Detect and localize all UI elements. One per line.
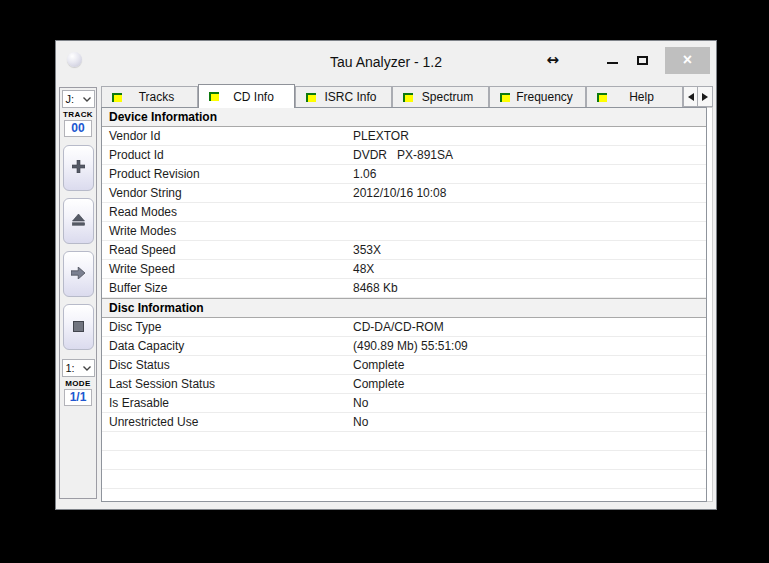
row-label: Product Revision <box>102 167 353 181</box>
tab-help[interactable]: Help <box>586 86 683 107</box>
table-row: Product Id DVDR PX-891SA <box>102 146 706 165</box>
flag-icon <box>403 93 413 102</box>
tab-label: Tracks <box>122 90 191 104</box>
tab-label: CD Info <box>219 90 288 104</box>
row-value: 1.06 <box>353 167 706 181</box>
flag-icon <box>112 93 122 102</box>
track-label: TRACK <box>63 111 93 119</box>
window-title: Tau Analyzer - 1.2 <box>330 54 442 70</box>
table-row-empty <box>102 470 706 489</box>
triangle-left-icon <box>688 93 694 101</box>
main-area: Tracks CD Info ISRC Info Spectrum Freque… <box>101 83 713 509</box>
stop-icon <box>73 318 84 336</box>
mode-label: MODE <box>65 380 91 388</box>
tab-scroll-right-button[interactable] <box>698 86 713 107</box>
client-area: J: TRACK 00 1: MODE 1/1 Tracks <box>56 83 716 509</box>
eject-button[interactable] <box>63 198 94 244</box>
table-row-empty <box>102 451 706 470</box>
row-label: Buffer Size <box>102 281 353 295</box>
tab-label: Spectrum <box>413 90 482 104</box>
row-value: CD-DA/CD-ROM <box>353 320 706 334</box>
table-row: Product Revision 1.06 <box>102 165 706 184</box>
row-value: Complete <box>353 358 706 372</box>
row-label: Write Modes <box>102 224 353 238</box>
tab-bar: Tracks CD Info ISRC Info Spectrum Freque… <box>101 83 713 107</box>
row-label: Data Capacity <box>102 339 353 353</box>
chevron-down-icon <box>83 366 91 371</box>
track-number: 00 <box>64 120 92 137</box>
table-row: Vendor Id PLEXTOR <box>102 127 706 146</box>
row-label: Vendor String <box>102 186 353 200</box>
app-window: Tau Analyzer - 1.2 ↔ × J: TRACK 00 <box>55 40 717 510</box>
scrollbar-track[interactable] <box>707 107 713 502</box>
row-label: Read Modes <box>102 205 353 219</box>
window-controls: ↔ × <box>546 46 710 74</box>
flag-icon <box>306 93 316 102</box>
chevron-down-icon <box>83 97 91 102</box>
arrow-right-icon <box>71 265 85 283</box>
section-header-device-information: Device Information <box>102 108 706 127</box>
row-value: (490.89 Mb) 55:51:09 <box>353 339 706 353</box>
row-label: Unrestricted Use <box>102 415 353 429</box>
row-label: Disc Status <box>102 358 353 372</box>
row-value: 8468 Kb <box>353 281 706 295</box>
tab-tracks[interactable]: Tracks <box>101 86 198 107</box>
table-row-empty <box>102 489 706 502</box>
row-value: Complete <box>353 377 706 391</box>
table-row: Disc Status Complete <box>102 356 706 375</box>
tab-isrc-info[interactable]: ISRC Info <box>295 86 392 107</box>
arrow-right-button[interactable] <box>63 251 94 297</box>
plus-button[interactable] <box>63 145 94 191</box>
tab-frequency[interactable]: Frequency <box>489 86 586 107</box>
table-row: Unrestricted Use No <box>102 413 706 432</box>
flag-icon <box>500 93 510 102</box>
close-icon: × <box>683 51 692 69</box>
mode-select[interactable]: 1: <box>62 359 95 377</box>
row-label: Is Erasable <box>102 396 353 410</box>
cd-info-table: Device Information Vendor Id PLEXTOR Pro… <box>101 107 707 502</box>
row-label: Read Speed <box>102 243 353 257</box>
table-row: Vendor String 2012/10/16 10:08 <box>102 184 706 203</box>
row-value: 2012/10/16 10:08 <box>353 186 706 200</box>
flag-icon <box>209 92 219 101</box>
resize-arrows-icon[interactable]: ↔ <box>546 53 559 68</box>
row-value: No <box>353 396 706 410</box>
section-header-disc-information: Disc Information <box>102 298 706 318</box>
tab-spectrum[interactable]: Spectrum <box>392 86 489 107</box>
drive-select-value: J: <box>66 93 75 105</box>
table-row: Is Erasable No <box>102 394 706 413</box>
table-row: Buffer Size 8468 Kb <box>102 279 706 298</box>
row-value: PLEXTOR <box>353 129 706 143</box>
table-row: Write Speed 48X <box>102 260 706 279</box>
stop-button[interactable] <box>63 304 94 350</box>
flag-icon <box>597 93 607 102</box>
table-row: Write Modes <box>102 222 706 241</box>
table-row: Data Capacity (490.89 Mb) 55:51:09 <box>102 337 706 356</box>
tab-scroll-left-button[interactable] <box>683 86 698 107</box>
plus-icon <box>72 159 85 177</box>
desktop-background: Tau Analyzer - 1.2 ↔ × J: TRACK 00 <box>0 0 769 563</box>
app-icon[interactable] <box>67 52 82 67</box>
info-panel-wrap: Device Information Vendor Id PLEXTOR Pro… <box>101 107 713 502</box>
drive-select[interactable]: J: <box>62 90 95 108</box>
maximize-button[interactable] <box>627 47 657 74</box>
transport-buttons <box>63 145 94 350</box>
eject-icon <box>72 212 85 230</box>
sidebar: J: TRACK 00 1: MODE 1/1 <box>59 87 97 499</box>
row-label: Last Session Status <box>102 377 353 391</box>
tab-label: Help <box>607 90 676 104</box>
minimize-icon <box>607 62 618 64</box>
row-label: Vendor Id <box>102 129 353 143</box>
row-value: DVDR PX-891SA <box>353 148 706 162</box>
tab-label: ISRC Info <box>316 90 385 104</box>
tab-label: Frequency <box>510 90 579 104</box>
row-label: Disc Type <box>102 320 353 334</box>
triangle-right-icon <box>702 93 708 101</box>
tab-cd-info[interactable]: CD Info <box>198 84 295 108</box>
row-value: No <box>353 415 706 429</box>
close-button[interactable]: × <box>665 47 710 74</box>
table-row-empty <box>102 432 706 451</box>
titlebar[interactable]: Tau Analyzer - 1.2 ↔ × <box>56 41 716 83</box>
mode-ratio: 1/1 <box>64 389 92 406</box>
minimize-button[interactable] <box>597 47 627 74</box>
